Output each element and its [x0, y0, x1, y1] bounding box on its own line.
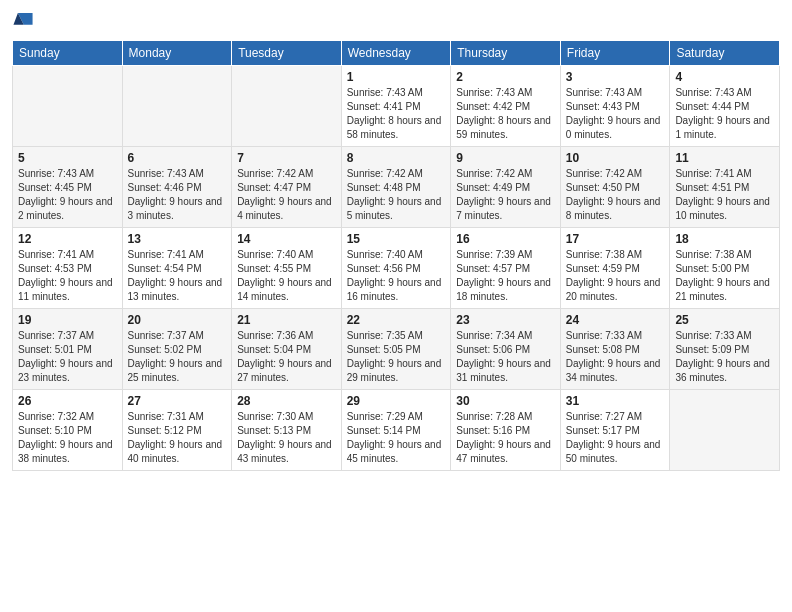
day-number: 8	[347, 151, 446, 165]
day-info: Sunrise: 7:27 AM Sunset: 5:17 PM Dayligh…	[566, 410, 665, 466]
day-info: Sunrise: 7:41 AM Sunset: 4:51 PM Dayligh…	[675, 167, 774, 223]
day-info: Sunrise: 7:43 AM Sunset: 4:46 PM Dayligh…	[128, 167, 227, 223]
day-number: 18	[675, 232, 774, 246]
calendar-weekday-tuesday: Tuesday	[232, 41, 342, 66]
calendar-weekday-monday: Monday	[122, 41, 232, 66]
day-number: 13	[128, 232, 227, 246]
calendar-weekday-wednesday: Wednesday	[341, 41, 451, 66]
calendar-cell: 27Sunrise: 7:31 AM Sunset: 5:12 PM Dayli…	[122, 390, 232, 471]
day-info: Sunrise: 7:32 AM Sunset: 5:10 PM Dayligh…	[18, 410, 117, 466]
day-number: 4	[675, 70, 774, 84]
day-number: 22	[347, 313, 446, 327]
day-number: 5	[18, 151, 117, 165]
day-info: Sunrise: 7:43 AM Sunset: 4:44 PM Dayligh…	[675, 86, 774, 142]
day-info: Sunrise: 7:29 AM Sunset: 5:14 PM Dayligh…	[347, 410, 446, 466]
page-container: SundayMondayTuesdayWednesdayThursdayFrid…	[0, 0, 792, 479]
day-number: 14	[237, 232, 336, 246]
calendar-cell: 16Sunrise: 7:39 AM Sunset: 4:57 PM Dayli…	[451, 228, 561, 309]
calendar-week-5: 26Sunrise: 7:32 AM Sunset: 5:10 PM Dayli…	[13, 390, 780, 471]
day-info: Sunrise: 7:33 AM Sunset: 5:08 PM Dayligh…	[566, 329, 665, 385]
day-info: Sunrise: 7:28 AM Sunset: 5:16 PM Dayligh…	[456, 410, 555, 466]
calendar-cell: 1Sunrise: 7:43 AM Sunset: 4:41 PM Daylig…	[341, 66, 451, 147]
calendar-cell	[670, 390, 780, 471]
calendar-cell: 25Sunrise: 7:33 AM Sunset: 5:09 PM Dayli…	[670, 309, 780, 390]
day-number: 1	[347, 70, 446, 84]
day-number: 19	[18, 313, 117, 327]
day-number: 27	[128, 394, 227, 408]
calendar-week-4: 19Sunrise: 7:37 AM Sunset: 5:01 PM Dayli…	[13, 309, 780, 390]
day-number: 17	[566, 232, 665, 246]
day-info: Sunrise: 7:43 AM Sunset: 4:41 PM Dayligh…	[347, 86, 446, 142]
day-number: 6	[128, 151, 227, 165]
calendar-cell: 23Sunrise: 7:34 AM Sunset: 5:06 PM Dayli…	[451, 309, 561, 390]
calendar-cell: 2Sunrise: 7:43 AM Sunset: 4:42 PM Daylig…	[451, 66, 561, 147]
day-number: 28	[237, 394, 336, 408]
calendar-cell: 8Sunrise: 7:42 AM Sunset: 4:48 PM Daylig…	[341, 147, 451, 228]
day-number: 11	[675, 151, 774, 165]
page-header	[12, 10, 780, 32]
calendar-cell: 30Sunrise: 7:28 AM Sunset: 5:16 PM Dayli…	[451, 390, 561, 471]
day-number: 16	[456, 232, 555, 246]
day-number: 25	[675, 313, 774, 327]
day-number: 29	[347, 394, 446, 408]
logo	[12, 10, 38, 32]
calendar-cell: 21Sunrise: 7:36 AM Sunset: 5:04 PM Dayli…	[232, 309, 342, 390]
day-number: 23	[456, 313, 555, 327]
day-info: Sunrise: 7:34 AM Sunset: 5:06 PM Dayligh…	[456, 329, 555, 385]
logo-icon	[12, 10, 34, 32]
day-info: Sunrise: 7:42 AM Sunset: 4:50 PM Dayligh…	[566, 167, 665, 223]
day-info: Sunrise: 7:42 AM Sunset: 4:47 PM Dayligh…	[237, 167, 336, 223]
day-info: Sunrise: 7:30 AM Sunset: 5:13 PM Dayligh…	[237, 410, 336, 466]
calendar-cell: 5Sunrise: 7:43 AM Sunset: 4:45 PM Daylig…	[13, 147, 123, 228]
day-info: Sunrise: 7:40 AM Sunset: 4:55 PM Dayligh…	[237, 248, 336, 304]
calendar-cell: 17Sunrise: 7:38 AM Sunset: 4:59 PM Dayli…	[560, 228, 670, 309]
calendar-cell	[13, 66, 123, 147]
day-info: Sunrise: 7:38 AM Sunset: 5:00 PM Dayligh…	[675, 248, 774, 304]
calendar-cell: 19Sunrise: 7:37 AM Sunset: 5:01 PM Dayli…	[13, 309, 123, 390]
calendar-cell: 28Sunrise: 7:30 AM Sunset: 5:13 PM Dayli…	[232, 390, 342, 471]
day-info: Sunrise: 7:31 AM Sunset: 5:12 PM Dayligh…	[128, 410, 227, 466]
calendar-cell: 4Sunrise: 7:43 AM Sunset: 4:44 PM Daylig…	[670, 66, 780, 147]
calendar-week-3: 12Sunrise: 7:41 AM Sunset: 4:53 PM Dayli…	[13, 228, 780, 309]
calendar-cell: 22Sunrise: 7:35 AM Sunset: 5:05 PM Dayli…	[341, 309, 451, 390]
day-number: 21	[237, 313, 336, 327]
day-number: 24	[566, 313, 665, 327]
day-info: Sunrise: 7:38 AM Sunset: 4:59 PM Dayligh…	[566, 248, 665, 304]
day-number: 3	[566, 70, 665, 84]
calendar-table: SundayMondayTuesdayWednesdayThursdayFrid…	[12, 40, 780, 471]
calendar-header-row: SundayMondayTuesdayWednesdayThursdayFrid…	[13, 41, 780, 66]
day-info: Sunrise: 7:41 AM Sunset: 4:53 PM Dayligh…	[18, 248, 117, 304]
calendar-cell: 11Sunrise: 7:41 AM Sunset: 4:51 PM Dayli…	[670, 147, 780, 228]
day-info: Sunrise: 7:33 AM Sunset: 5:09 PM Dayligh…	[675, 329, 774, 385]
calendar-cell: 29Sunrise: 7:29 AM Sunset: 5:14 PM Dayli…	[341, 390, 451, 471]
calendar-cell: 14Sunrise: 7:40 AM Sunset: 4:55 PM Dayli…	[232, 228, 342, 309]
calendar-cell: 20Sunrise: 7:37 AM Sunset: 5:02 PM Dayli…	[122, 309, 232, 390]
calendar-cell: 10Sunrise: 7:42 AM Sunset: 4:50 PM Dayli…	[560, 147, 670, 228]
day-info: Sunrise: 7:39 AM Sunset: 4:57 PM Dayligh…	[456, 248, 555, 304]
day-info: Sunrise: 7:37 AM Sunset: 5:02 PM Dayligh…	[128, 329, 227, 385]
calendar-cell: 7Sunrise: 7:42 AM Sunset: 4:47 PM Daylig…	[232, 147, 342, 228]
calendar-cell: 9Sunrise: 7:42 AM Sunset: 4:49 PM Daylig…	[451, 147, 561, 228]
day-number: 2	[456, 70, 555, 84]
day-number: 10	[566, 151, 665, 165]
day-info: Sunrise: 7:43 AM Sunset: 4:45 PM Dayligh…	[18, 167, 117, 223]
day-number: 15	[347, 232, 446, 246]
day-info: Sunrise: 7:42 AM Sunset: 4:49 PM Dayligh…	[456, 167, 555, 223]
day-info: Sunrise: 7:43 AM Sunset: 4:42 PM Dayligh…	[456, 86, 555, 142]
day-number: 31	[566, 394, 665, 408]
day-info: Sunrise: 7:42 AM Sunset: 4:48 PM Dayligh…	[347, 167, 446, 223]
calendar-weekday-thursday: Thursday	[451, 41, 561, 66]
calendar-cell: 26Sunrise: 7:32 AM Sunset: 5:10 PM Dayli…	[13, 390, 123, 471]
calendar-cell: 15Sunrise: 7:40 AM Sunset: 4:56 PM Dayli…	[341, 228, 451, 309]
calendar-cell	[232, 66, 342, 147]
calendar-week-1: 1Sunrise: 7:43 AM Sunset: 4:41 PM Daylig…	[13, 66, 780, 147]
calendar-cell: 3Sunrise: 7:43 AM Sunset: 4:43 PM Daylig…	[560, 66, 670, 147]
day-info: Sunrise: 7:43 AM Sunset: 4:43 PM Dayligh…	[566, 86, 665, 142]
calendar-weekday-saturday: Saturday	[670, 41, 780, 66]
calendar-week-2: 5Sunrise: 7:43 AM Sunset: 4:45 PM Daylig…	[13, 147, 780, 228]
day-number: 12	[18, 232, 117, 246]
calendar-cell: 12Sunrise: 7:41 AM Sunset: 4:53 PM Dayli…	[13, 228, 123, 309]
calendar-cell: 31Sunrise: 7:27 AM Sunset: 5:17 PM Dayli…	[560, 390, 670, 471]
day-number: 26	[18, 394, 117, 408]
day-info: Sunrise: 7:41 AM Sunset: 4:54 PM Dayligh…	[128, 248, 227, 304]
